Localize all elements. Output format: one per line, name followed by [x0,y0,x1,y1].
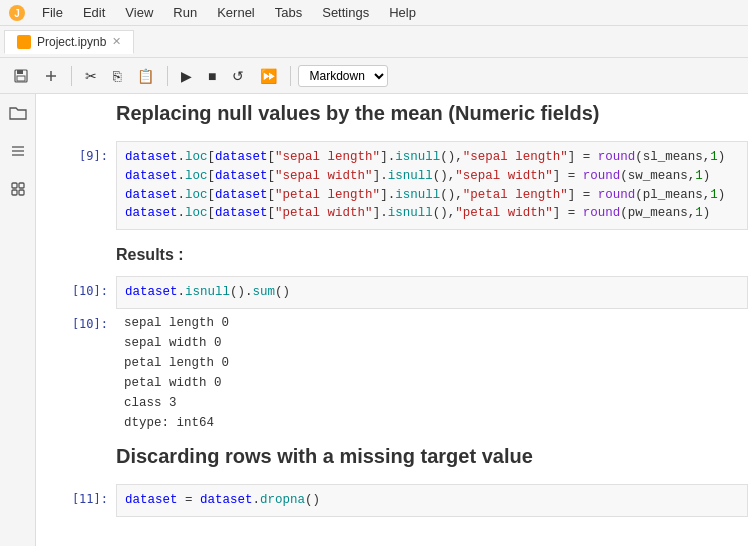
notebook-icon [17,35,31,49]
prompt-10: [10]: [36,276,116,309]
plus-icon [44,69,58,83]
sidebar-icon-extension[interactable] [7,178,29,200]
toolbar-divider-2 [167,66,168,86]
toolbar: ✂ ⎘ 📋 ▶ ■ ↺ ⏩ Markdown Code Raw [0,58,748,94]
svg-rect-3 [17,70,23,74]
code-line-3: dataset.loc[dataset["petal length"].isnu… [125,186,739,205]
output-area-10: sepal length 0 sepal width 0 petal lengt… [116,309,748,437]
sidebar-icon-list[interactable] [7,140,29,162]
stop-button[interactable]: ■ [202,64,222,88]
code-line-4: dataset.loc[dataset["petal width"].isnul… [125,204,739,223]
output-line-5: class 3 [124,393,740,413]
svg-text:J: J [14,8,20,19]
menu-view[interactable]: View [121,3,157,22]
heading-discard: Discarding rows with a missing target va… [116,445,732,468]
code-area-11[interactable]: dataset = dataset.dropna() [116,484,748,517]
extension-icon [10,181,26,197]
menu-kernel[interactable]: Kernel [213,3,259,22]
svg-rect-4 [17,76,25,81]
main-layout: Replacing null values by the mean (Numer… [0,94,748,546]
restart-run-button[interactable]: ⏩ [254,64,283,88]
output-cell-10: [10]: sepal length 0 sepal width 0 petal… [36,309,748,437]
tab-close-button[interactable]: ✕ [112,36,121,47]
cut-button[interactable]: ✂ [79,64,103,88]
notebook-tab[interactable]: Project.ipynb ✕ [4,30,134,54]
menu-file[interactable]: File [38,3,67,22]
sidebar [0,94,36,546]
svg-rect-13 [19,190,24,195]
markdown-cell-results: Results : [36,230,748,276]
tab-bar: Project.ipynb ✕ [0,26,748,58]
menu-tabs[interactable]: Tabs [271,3,306,22]
prompt-11: [11]: [36,484,116,517]
paste-button[interactable]: 📋 [131,64,160,88]
menu-run[interactable]: Run [169,3,201,22]
code-line-10-1: dataset.isnull().sum() [125,283,739,302]
heading-1: Replacing null values by the mean (Numer… [116,102,732,125]
code-line-11-1: dataset = dataset.dropna() [125,491,739,510]
svg-rect-10 [12,183,17,188]
markdown-cell-discard: Discarding rows with a missing target va… [36,437,748,484]
app-icon: J [8,4,26,22]
code-cell-9: [9]: dataset.loc[dataset["sepal length"]… [36,141,748,230]
notebook-content: Replacing null values by the mean (Numer… [36,94,748,546]
code-cell-11: [11]: dataset = dataset.dropna() [36,484,748,517]
code-cell-10: [10]: dataset.isnull().sum() [36,276,748,309]
toolbar-divider-3 [290,66,291,86]
code-area-10[interactable]: dataset.isnull().sum() [116,276,748,309]
markdown-cell-1: Replacing null values by the mean (Numer… [36,94,748,141]
output-line-2: sepal width 0 [124,333,740,353]
code-line-2: dataset.loc[dataset["sepal width"].isnul… [125,167,739,186]
save-icon [14,69,28,83]
menu-help[interactable]: Help [385,3,420,22]
svg-rect-12 [12,190,17,195]
list-icon [10,143,26,159]
results-heading: Results : [116,238,732,268]
code-line-1: dataset.loc[dataset["sepal length"].isnu… [125,148,739,167]
menu-settings[interactable]: Settings [318,3,373,22]
code-area-9[interactable]: dataset.loc[dataset["sepal length"].isnu… [116,141,748,230]
copy-button[interactable]: ⎘ [107,64,127,88]
sidebar-icon-folder[interactable] [7,102,29,124]
menu-bar: J File Edit View Run Kernel Tabs Setting… [0,0,748,26]
add-cell-button[interactable] [38,65,64,87]
save-button[interactable] [8,65,34,87]
output-line-3: petal length 0 [124,353,740,373]
svg-rect-11 [19,183,24,188]
output-line-4: petal width 0 [124,373,740,393]
cell-type-select[interactable]: Markdown Code Raw [298,65,388,87]
prompt-9: [9]: [36,141,116,230]
prompt-output-10: [10]: [36,309,116,437]
output-line-1: sepal length 0 [124,313,740,333]
notebook-window: Project.ipynb ✕ ✂ ⎘ 📋 ▶ ■ ↺ ⏩ Markdown C… [0,26,748,546]
restart-button[interactable]: ↺ [226,64,250,88]
menu-edit[interactable]: Edit [79,3,109,22]
tab-label: Project.ipynb [37,35,106,49]
folder-icon [9,105,27,121]
run-button[interactable]: ▶ [175,64,198,88]
toolbar-divider-1 [71,66,72,86]
output-line-6: dtype: int64 [124,413,740,433]
